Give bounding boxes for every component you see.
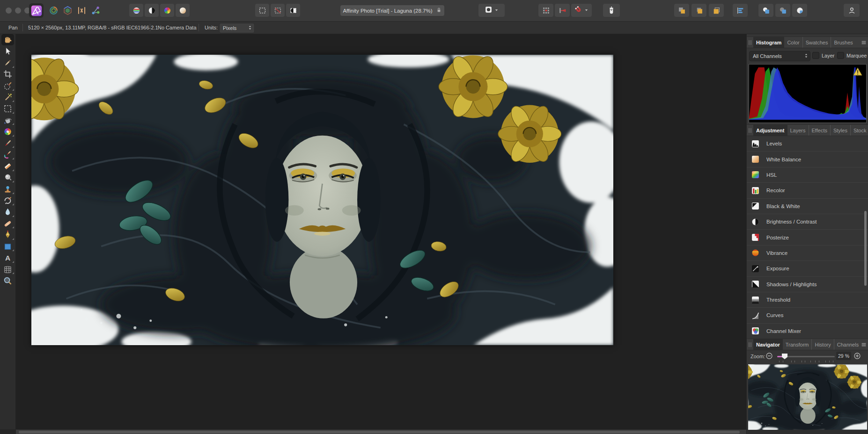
boolean-add-button[interactable] [758,4,773,17]
blur-tool[interactable] [0,206,15,218]
tab-history[interactable]: History [812,339,834,350]
tab-histogram[interactable]: Histogram [753,37,784,48]
navigator-thumbnail[interactable] [748,364,867,430]
deselect-button[interactable] [271,4,285,17]
assistant-options-button[interactable] [478,4,505,17]
adjustment-item-threshold[interactable]: Threshold [747,292,868,308]
adjustment-item-vibrance[interactable]: Vibrance [747,246,868,261]
color-replacement-tool[interactable] [0,149,15,160]
adjustment-item-levels[interactable]: Levels [747,136,868,152]
flood-fill-tool[interactable] [0,115,15,126]
tab-navigator[interactable]: Navigator [753,339,783,350]
text-tool[interactable]: A [0,252,15,264]
marquee-tool[interactable] [0,103,15,115]
move-backward-button[interactable] [691,4,706,17]
export-persona-button[interactable] [89,4,103,17]
adj-brightness-contrast-icon [751,218,759,226]
marquee-checkbox[interactable] [837,52,844,59]
zoom-tool[interactable] [0,275,15,287]
select-all-button[interactable] [255,4,269,17]
selection-brush-tool[interactable] [0,80,15,92]
layer-checkbox[interactable] [812,52,819,59]
vertical-scrollbar-thumb[interactable] [864,211,867,286]
adjustment-item-recolor[interactable]: Recolor [747,183,868,198]
healing-tool[interactable] [0,218,15,230]
scrollbar-thumb[interactable] [19,431,740,434]
magnet-icon [574,6,582,15]
horizontal-scrollbar[interactable] [16,429,746,434]
close-button[interactable] [6,7,12,14]
units-select[interactable]: Pixels [219,23,255,33]
tab-transform[interactable]: Transform [783,339,812,350]
tab-adjustment[interactable]: Adjustment [753,125,787,136]
undo-brush-tool[interactable] [0,195,15,207]
assistant-manager-button[interactable] [603,4,620,17]
adjustment-item-posterize[interactable]: Posterize [747,230,868,245]
tab-styles[interactable]: Styles [831,125,851,136]
adjustment-item-label: Vibrance [766,250,787,256]
zoom-slider-thumb[interactable] [782,354,787,359]
invert-selection-button[interactable] [286,4,300,17]
tab-color[interactable]: Color [784,37,802,48]
panel-menu-button[interactable] [859,37,868,48]
tab-effects[interactable]: Effects [809,125,831,136]
adjustment-item-channel-mixer[interactable]: Channel Mixer [747,324,868,336]
auto-white-balance-button[interactable] [176,4,190,17]
tab-brushes[interactable]: Brushes [831,37,855,48]
panel-menu-button[interactable] [859,339,868,350]
zoom-in-button[interactable] [853,352,861,362]
auto-contrast-button[interactable] [145,4,159,17]
boolean-intersect-button[interactable] [792,4,807,17]
tab-swatches[interactable]: Swatches [803,37,831,48]
zoom-out-button[interactable] [765,352,773,362]
view-tool[interactable] [0,34,15,46]
channel-select[interactable]: All Channels [749,51,810,61]
photo-persona-active-button[interactable] [29,3,44,18]
auto-levels-button[interactable] [129,4,143,17]
liquify-persona-button[interactable] [75,4,88,17]
panel-drag-handle[interactable] [747,37,753,48]
flood-select-tool[interactable] [0,92,15,103]
boolean-subtract-button[interactable] [775,4,790,17]
zoom-value[interactable]: 29 % [836,352,851,360]
rectangle-tool[interactable] [0,241,15,253]
panel-drag-handle[interactable] [747,339,753,350]
color-picker-tool[interactable] [0,57,15,69]
adjustment-item-hsl[interactable]: HSL [747,167,868,183]
erase-tool[interactable] [0,160,15,172]
adjustment-item-white-balance[interactable]: White Balance [747,152,868,167]
alignment-button[interactable] [733,4,748,17]
adjustment-item-shadows-highlights[interactable]: Shadows / Highlights [747,277,868,292]
move-to-back-button[interactable] [674,4,689,17]
move-tool[interactable] [0,46,15,58]
develop-persona-button[interactable] [47,4,60,17]
account-button[interactable] [844,4,860,17]
snapping-grid-button[interactable] [538,4,553,17]
move-to-front-button[interactable] [709,4,724,17]
adjustment-item-label: Threshold [766,297,790,303]
tone-mapping-persona-button[interactable] [61,4,74,17]
panel-drag-handle[interactable] [747,125,753,136]
adjustment-item-black-white[interactable]: Black & White [747,199,868,214]
crop-tool[interactable] [0,69,15,80]
mesh-warp-tool[interactable] [0,264,15,275]
adjustment-item-brightness-contrast[interactable]: Brightness / Contrast [747,214,868,230]
canvas-artwork[interactable] [31,55,613,345]
assistant-preview-icon [485,6,493,14]
snapping-magnet-button[interactable] [571,4,592,17]
tab-stock[interactable]: Stock [851,125,868,136]
adjustment-item-curves[interactable]: Curves [747,308,868,323]
move-by-whole-pixels-button[interactable] [555,4,570,17]
adjustment-item-exposure[interactable]: Exposure [747,261,868,276]
clone-stamp-tool[interactable] [0,183,15,195]
gradient-tool[interactable] [0,126,15,137]
canvas-area[interactable] [16,34,746,429]
paint-brush-tool[interactable] [0,137,15,149]
minimize-button[interactable] [15,7,21,14]
tab-layers[interactable]: Layers [787,125,809,136]
dodge-tool[interactable] [0,172,15,184]
tab-channels[interactable]: Channels [834,339,859,350]
auto-colors-button[interactable] [160,4,174,17]
zoom-slider[interactable] [777,356,835,357]
pen-tool[interactable] [0,229,15,241]
